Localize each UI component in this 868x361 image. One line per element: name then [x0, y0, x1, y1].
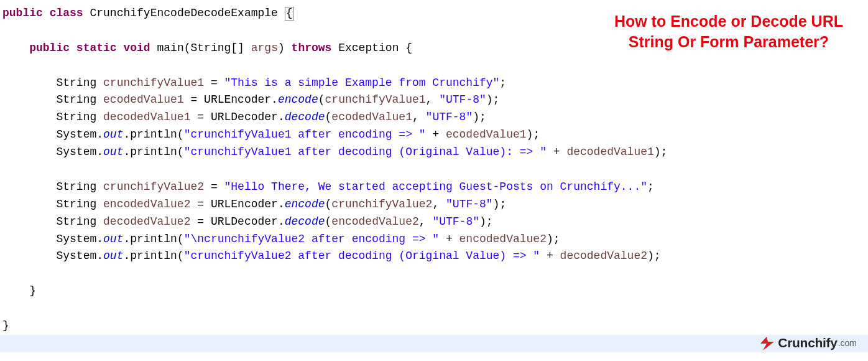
semi: );	[473, 111, 486, 123]
out-field: out	[103, 128, 123, 141]
main-sig: main(String[]	[157, 42, 244, 54]
comma: ,	[426, 93, 440, 106]
brace-close-inner: }	[2, 284, 36, 297]
semi: );	[647, 250, 661, 262]
eq: = URLDecoder.	[190, 111, 284, 123]
static-method: encode	[278, 93, 318, 106]
var: decodedValue1	[566, 146, 653, 158]
comma: ,	[432, 198, 446, 210]
brace-close-outer: }	[2, 319, 9, 332]
string-literal: "UTF-8"	[439, 93, 486, 106]
type-string: String	[56, 93, 96, 106]
comma: ,	[412, 111, 426, 123]
system: System.	[56, 250, 103, 262]
var: decodedValue2	[560, 250, 647, 262]
system: System.	[56, 233, 103, 245]
current-line-highlight	[0, 335, 868, 352]
string-literal: "UTF-8"	[426, 111, 473, 123]
var: decodedValue2	[103, 215, 190, 228]
kw-public: public	[29, 42, 70, 54]
crunchify-logo: Crunchify.com	[758, 333, 857, 354]
out-field: out	[103, 146, 123, 158]
type-string: String	[56, 77, 96, 89]
semi: );	[479, 215, 493, 228]
type-string: String	[56, 180, 96, 193]
kw-throws: throws	[292, 42, 332, 54]
title-line-1: How to Encode or Decode URL	[614, 11, 843, 32]
plus: +	[439, 233, 459, 245]
semi: ;	[499, 77, 506, 89]
kw-static: static	[76, 42, 117, 54]
semi: );	[527, 128, 540, 141]
kw-void: void	[123, 42, 150, 54]
type-string: String	[56, 111, 96, 123]
eq: =	[204, 180, 224, 193]
var: encodedValue2	[459, 233, 547, 245]
title-line-2: String Or Form Parameter?	[614, 32, 843, 52]
kw-class: class	[50, 7, 83, 19]
eq: = URLEncoder.	[190, 198, 284, 210]
var: crunchifyValue2	[103, 180, 204, 193]
semi: ;	[647, 180, 654, 193]
paren: (	[325, 215, 332, 228]
exception: Exception {	[338, 42, 412, 54]
out-field: out	[103, 233, 123, 245]
var: encodedValue2	[103, 198, 190, 210]
comma: ,	[419, 215, 433, 228]
println: .println(	[123, 233, 183, 245]
string-literal: "This is a simple Example from Crunchify…	[224, 77, 499, 89]
crunchify-logo-icon	[758, 337, 774, 350]
param-args: args	[251, 42, 278, 54]
string-literal: "Hello There, We started accepting Guest…	[224, 180, 647, 193]
type-string: String	[56, 198, 96, 210]
arg: ecodedValue1	[331, 111, 412, 123]
brace-open-highlight: {	[285, 7, 294, 21]
var: ecodedValue1	[103, 93, 184, 106]
kw-public: public	[2, 7, 43, 19]
class-name: CrunchifyEncodeDecodeExample	[90, 7, 277, 19]
eq: = URLDecoder.	[190, 215, 284, 228]
plus: +	[547, 146, 566, 158]
semi: );	[486, 93, 500, 106]
var: decodedValue1	[103, 111, 190, 123]
eq: =	[204, 77, 224, 89]
string-literal: "crunchifyValue1 after decoding (Origina…	[184, 146, 547, 158]
arg: crunchifyValue1	[325, 93, 426, 106]
semi: );	[547, 233, 560, 245]
plus: +	[426, 128, 446, 141]
static-method: decode	[285, 111, 325, 123]
static-method: decode	[285, 215, 325, 228]
var: crunchifyValue1	[103, 77, 204, 89]
system: System.	[56, 146, 103, 158]
static-method: encode	[285, 198, 325, 210]
string-literal: "UTF-8"	[432, 215, 479, 228]
paren: (	[318, 93, 325, 106]
paren: )	[278, 42, 285, 54]
eq: = URLEncoder.	[184, 93, 278, 106]
logo-brand-text: Crunchify	[778, 333, 837, 354]
plus: +	[540, 250, 560, 262]
arg: crunchifyValue2	[331, 198, 432, 210]
system: System.	[56, 128, 103, 141]
logo-tld-text: .com	[838, 337, 857, 350]
println: .println(	[123, 128, 183, 141]
string-literal: "crunchifyValue1 after encoding => "	[184, 128, 426, 141]
println: .println(	[123, 146, 183, 158]
type-string: String	[56, 215, 96, 228]
string-literal: "UTF-8"	[446, 198, 493, 210]
out-field: out	[103, 250, 123, 262]
string-literal: "crunchifyValue2 after decoding (Origina…	[184, 250, 540, 262]
paren: (	[325, 198, 332, 210]
arg: encodedValue2	[331, 215, 418, 228]
semi: );	[493, 198, 507, 210]
var: ecodedValue1	[446, 128, 527, 141]
paren: (	[325, 111, 332, 123]
string-literal: "\ncrunchifyValue2 after encoding => "	[184, 233, 439, 245]
article-title: How to Encode or Decode URL String Or Fo…	[614, 11, 843, 52]
semi: );	[654, 146, 668, 158]
println: .println(	[123, 250, 183, 262]
